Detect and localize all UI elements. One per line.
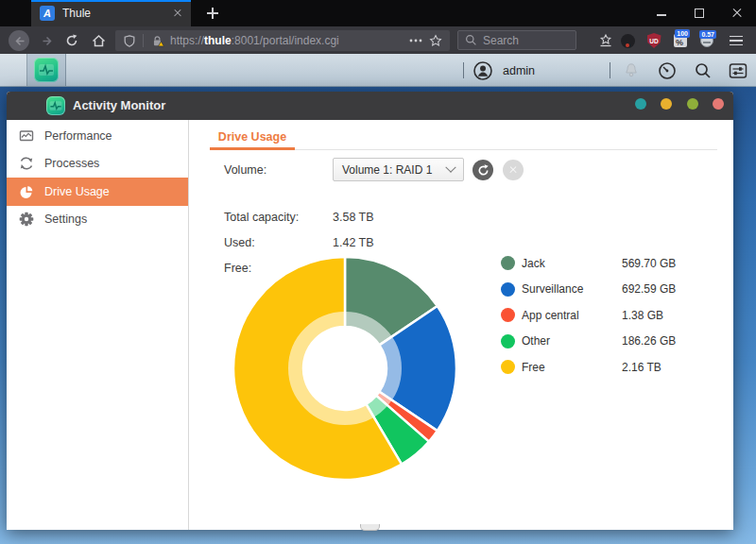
chevron-down-icon xyxy=(445,162,455,172)
volume-select-value: Volume 1: RAID 1 xyxy=(342,163,432,177)
extension-timer-icon: 0.57 xyxy=(700,34,713,47)
sidebar-label: Settings xyxy=(44,212,87,226)
back-button[interactable] xyxy=(8,29,30,52)
legend-value: 569.70 GB xyxy=(622,257,676,270)
legend-row: Free2.16 TB xyxy=(501,360,676,375)
taskbar-divider-2 xyxy=(610,62,610,78)
sidebar-item-settings[interactable]: Settings xyxy=(7,206,188,234)
legend-swatch-icon xyxy=(501,256,515,270)
url-host: thule xyxy=(204,34,232,47)
user-menu-button[interactable] xyxy=(472,60,493,81)
legend-swatch-icon xyxy=(501,334,515,348)
legend: Jack569.70 GBSurveillance692.59 GBApp ce… xyxy=(501,256,676,375)
url-scheme: https:// xyxy=(170,34,204,47)
library-button[interactable] xyxy=(595,30,616,51)
volume-select[interactable]: Volume 1: RAID 1 xyxy=(333,158,464,181)
used-label: Used: xyxy=(224,236,255,249)
tab-title: Thule xyxy=(62,7,169,20)
total-capacity-label: Total capacity: xyxy=(224,211,299,224)
shield-icon[interactable] xyxy=(123,34,136,48)
legend-label: Other xyxy=(522,334,615,348)
search-box[interactable]: Search xyxy=(457,30,576,50)
activity-monitor-window: Activity Monitor Performance Processes xyxy=(7,92,733,530)
sidebar-item-drive-usage[interactable]: Drive Usage xyxy=(7,178,188,206)
adm-taskbar: admin xyxy=(0,54,756,87)
sidebar-label: Drive Usage xyxy=(44,185,110,198)
close-button[interactable] xyxy=(718,0,756,26)
forward-icon xyxy=(42,35,54,47)
legend-row: App central1.38 GB xyxy=(501,308,676,323)
dot-red[interactable] xyxy=(713,98,724,110)
extension-shield-icon: UD xyxy=(647,33,662,48)
extension-timer-button[interactable]: 0.57 xyxy=(696,30,717,51)
window-controls xyxy=(643,0,756,26)
legend-value: 2.16 TB xyxy=(622,361,676,374)
adm-search-button[interactable] xyxy=(693,60,713,81)
clear-button-disabled[interactable] xyxy=(503,160,524,180)
search-icon xyxy=(465,34,477,46)
new-tab-button[interactable] xyxy=(198,0,227,26)
legend-row: Surveillance692.59 GB xyxy=(501,282,676,298)
page-actions-icon[interactable] xyxy=(409,39,422,42)
hamburger-icon xyxy=(730,36,743,46)
preferences-button[interactable] xyxy=(728,60,748,81)
bell-icon xyxy=(623,62,640,79)
window-control-dots xyxy=(635,98,725,110)
maximize-icon xyxy=(695,8,704,18)
main-panel: Drive Usage Volume: Volume 1: RAID 1 Tot… xyxy=(190,120,733,530)
extension-timer-badge: 0.57 xyxy=(699,30,716,39)
browser-toolbar: https://thule:8001/portal/index.cgi Sear… xyxy=(0,26,756,54)
dot-olive[interactable] xyxy=(687,98,698,110)
reload-icon xyxy=(65,34,78,47)
notifications-button[interactable] xyxy=(621,60,642,81)
sidebar-item-performance[interactable]: Performance xyxy=(7,122,188,150)
clear-x-icon xyxy=(509,166,517,174)
used-value: 1.42 TB xyxy=(333,236,374,249)
minimize-button[interactable] xyxy=(643,0,680,26)
bookmark-star-icon[interactable] xyxy=(429,34,442,47)
settings-gear-icon xyxy=(19,212,35,227)
library-icon xyxy=(598,33,613,48)
dot-amber[interactable] xyxy=(661,98,672,110)
maximize-button[interactable] xyxy=(680,0,718,26)
refresh-icon xyxy=(477,164,490,177)
window-titlebar[interactable]: Activity Monitor xyxy=(7,92,733,120)
magnifier-icon xyxy=(694,61,713,80)
dot-teal[interactable] xyxy=(635,98,646,110)
extension-percent-icon: % 100 xyxy=(674,34,687,47)
forward-button[interactable] xyxy=(36,29,59,52)
extension-percent-button[interactable]: % 100 xyxy=(670,30,691,51)
home-button[interactable] xyxy=(87,29,110,52)
sidebar-item-processes[interactable]: Processes xyxy=(7,150,188,178)
username-label[interactable]: admin xyxy=(503,54,535,87)
extension-percent-glyph: % xyxy=(676,38,683,47)
taskbar-activity-monitor-button[interactable] xyxy=(27,54,66,86)
total-capacity-value: 3.58 TB xyxy=(333,211,374,224)
plus-icon xyxy=(207,8,218,19)
extension-privacy-button[interactable] xyxy=(617,30,638,51)
menu-button[interactable] xyxy=(726,30,747,51)
tab-close-icon[interactable] xyxy=(173,5,182,22)
preferences-icon xyxy=(728,60,748,81)
processes-icon xyxy=(19,156,35,171)
window-resize-handle[interactable] xyxy=(360,524,380,531)
urlbar-divider xyxy=(143,34,144,47)
active-tab-underline xyxy=(210,147,295,150)
site-favicon: A xyxy=(40,6,55,21)
connection-lock-icon[interactable] xyxy=(150,34,164,48)
legend-swatch-icon xyxy=(501,308,515,322)
tab-drive-usage[interactable]: Drive Usage xyxy=(210,130,295,144)
url-bar[interactable]: https://thule:8001/portal/index.cgi xyxy=(115,30,450,51)
extension-shield-button[interactable]: UD xyxy=(644,30,664,51)
browser-tab-thule[interactable]: A Thule xyxy=(31,0,191,26)
taskbar-divider xyxy=(463,62,464,78)
taskbar-left-segment[interactable] xyxy=(0,54,27,86)
reload-button[interactable] xyxy=(60,29,83,52)
url-text[interactable]: https://thule:8001/portal/index.cgi xyxy=(170,34,403,47)
sidebar: Performance Processes Drive Usage xyxy=(7,120,189,530)
extension-shield-label: UD xyxy=(649,38,658,44)
refresh-button[interactable] xyxy=(472,160,493,180)
system-monitor-button[interactable] xyxy=(657,60,678,81)
browser-tab-bar: A Thule xyxy=(0,0,756,26)
legend-label: Surveillance xyxy=(522,282,615,296)
